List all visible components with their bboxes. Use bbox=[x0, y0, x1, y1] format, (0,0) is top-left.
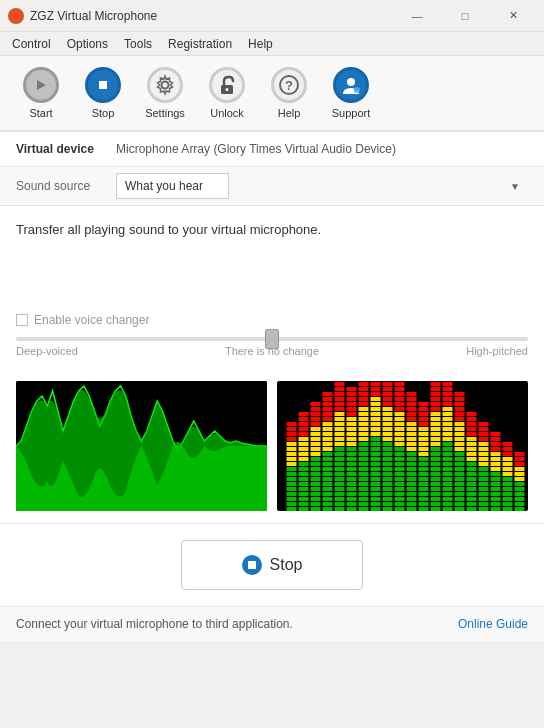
sound-source-select[interactable]: What you hear Microphone Line In bbox=[116, 173, 229, 199]
svg-rect-78 bbox=[323, 477, 333, 481]
svg-rect-80 bbox=[323, 467, 333, 471]
online-guide-link[interactable]: Online Guide bbox=[458, 617, 528, 631]
svg-rect-29 bbox=[287, 422, 297, 426]
svg-rect-444 bbox=[503, 472, 513, 476]
svg-rect-277 bbox=[407, 417, 417, 421]
svg-rect-28 bbox=[287, 427, 297, 431]
svg-rect-361 bbox=[455, 497, 465, 501]
voice-changer-slider-thumb[interactable] bbox=[265, 329, 279, 349]
svg-rect-291 bbox=[419, 467, 429, 471]
minimize-button[interactable]: — bbox=[394, 0, 440, 32]
voice-changer-slider-container: Deep-voiced There is no change High-pitc… bbox=[16, 337, 528, 361]
maximize-button[interactable]: □ bbox=[442, 0, 488, 32]
svg-rect-461 bbox=[515, 457, 525, 461]
svg-rect-440 bbox=[503, 492, 513, 496]
svg-rect-95 bbox=[323, 392, 333, 396]
svg-rect-82 bbox=[323, 457, 333, 461]
svg-rect-350 bbox=[443, 412, 453, 416]
svg-rect-335 bbox=[443, 487, 453, 491]
menu-registration[interactable]: Registration bbox=[160, 35, 240, 53]
svg-rect-128 bbox=[347, 477, 357, 481]
svg-rect-376 bbox=[455, 422, 465, 426]
svg-rect-138 bbox=[347, 427, 357, 431]
svg-rect-99 bbox=[335, 492, 345, 496]
svg-rect-300 bbox=[419, 422, 429, 426]
svg-rect-342 bbox=[443, 452, 453, 456]
svg-text:?: ? bbox=[285, 78, 293, 93]
svg-rect-292 bbox=[419, 462, 429, 466]
svg-rect-327 bbox=[431, 397, 441, 401]
svg-rect-280 bbox=[407, 402, 417, 406]
voice-changer-section: Enable voice changer Deep-voiced There i… bbox=[0, 305, 544, 369]
svg-rect-370 bbox=[455, 452, 465, 456]
menu-options[interactable]: Options bbox=[59, 35, 116, 53]
svg-rect-435 bbox=[491, 437, 501, 441]
svg-point-7 bbox=[347, 78, 355, 86]
stop-toolbar-button[interactable]: Stop bbox=[74, 61, 132, 125]
svg-rect-25 bbox=[287, 442, 297, 446]
svg-rect-93 bbox=[323, 402, 333, 406]
svg-rect-299 bbox=[419, 427, 429, 431]
spectrum-visualizer bbox=[277, 381, 528, 511]
svg-rect-348 bbox=[443, 422, 453, 426]
settings-toolbar-button[interactable]: Settings bbox=[136, 61, 194, 125]
svg-rect-168 bbox=[359, 402, 369, 406]
svg-rect-308 bbox=[431, 492, 441, 496]
svg-rect-34 bbox=[299, 487, 309, 491]
svg-rect-105 bbox=[335, 462, 345, 466]
svg-rect-19 bbox=[287, 472, 297, 476]
svg-rect-106 bbox=[335, 457, 345, 461]
start-toolbar-button[interactable]: Start bbox=[12, 61, 70, 125]
svg-rect-61 bbox=[311, 452, 321, 456]
svg-rect-24 bbox=[287, 447, 297, 451]
stop-main-button[interactable]: Stop bbox=[181, 540, 364, 590]
svg-rect-196 bbox=[371, 402, 381, 406]
menu-tools[interactable]: Tools bbox=[116, 35, 160, 53]
svg-rect-206 bbox=[383, 502, 393, 506]
svg-rect-374 bbox=[455, 432, 465, 436]
svg-rect-347 bbox=[443, 427, 453, 431]
svg-rect-447 bbox=[503, 457, 513, 461]
unlock-toolbar-button[interactable]: Unlock bbox=[198, 61, 256, 125]
svg-rect-329 bbox=[431, 387, 441, 391]
help-toolbar-button[interactable]: ? Help bbox=[260, 61, 318, 125]
voice-changer-checkbox[interactable] bbox=[16, 314, 28, 326]
svg-rect-282 bbox=[407, 392, 417, 396]
svg-rect-98 bbox=[335, 497, 345, 501]
menu-help[interactable]: Help bbox=[240, 35, 281, 53]
menu-control[interactable]: Control bbox=[4, 35, 59, 53]
svg-rect-387 bbox=[467, 487, 477, 491]
svg-rect-371 bbox=[455, 447, 465, 451]
svg-rect-446 bbox=[503, 462, 513, 466]
svg-rect-460 bbox=[515, 462, 525, 466]
svg-rect-167 bbox=[359, 407, 369, 411]
svg-rect-211 bbox=[383, 477, 393, 481]
svg-rect-79 bbox=[323, 472, 333, 476]
svg-rect-239 bbox=[395, 477, 405, 481]
svg-rect-312 bbox=[431, 472, 441, 476]
svg-rect-458 bbox=[515, 472, 525, 476]
svg-rect-237 bbox=[395, 487, 405, 491]
svg-rect-340 bbox=[443, 462, 453, 466]
svg-rect-64 bbox=[311, 437, 321, 441]
svg-rect-268 bbox=[407, 462, 417, 466]
svg-rect-267 bbox=[407, 467, 417, 471]
close-button[interactable]: ✕ bbox=[490, 0, 536, 32]
svg-rect-14 bbox=[287, 497, 297, 501]
svg-rect-261 bbox=[407, 497, 417, 501]
svg-rect-316 bbox=[431, 452, 441, 456]
svg-rect-119 bbox=[335, 392, 345, 396]
svg-rect-240 bbox=[395, 472, 405, 476]
svg-rect-341 bbox=[443, 457, 453, 461]
svg-rect-147 bbox=[359, 507, 369, 511]
svg-rect-226 bbox=[383, 402, 393, 406]
support-toolbar-button[interactable]: + Support bbox=[322, 61, 380, 125]
content-spacer bbox=[0, 245, 544, 305]
svg-rect-126 bbox=[347, 487, 357, 491]
svg-rect-213 bbox=[383, 467, 393, 471]
svg-rect-76 bbox=[323, 487, 333, 491]
svg-rect-86 bbox=[323, 437, 333, 441]
svg-rect-311 bbox=[431, 477, 441, 481]
svg-rect-53 bbox=[311, 492, 321, 496]
svg-rect-431 bbox=[491, 457, 501, 461]
